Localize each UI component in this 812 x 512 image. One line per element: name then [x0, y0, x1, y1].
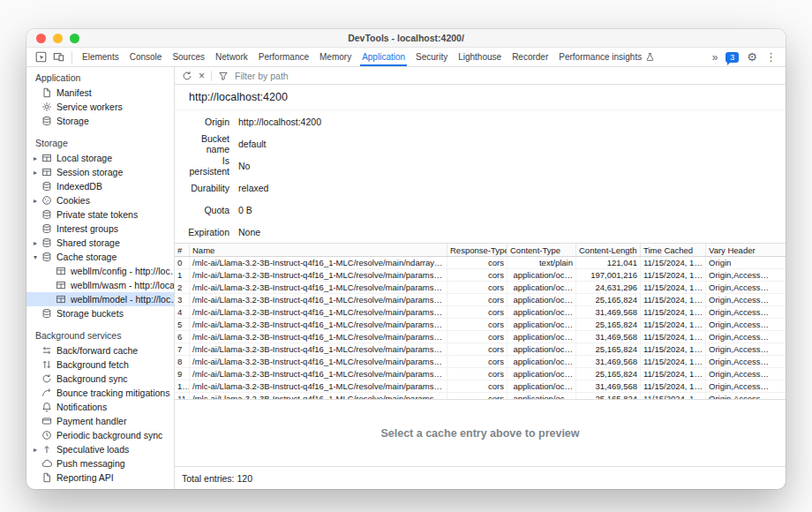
arrows-vertical-icon — [41, 359, 52, 371]
cell-vary-header: Origin,Access… — [705, 368, 786, 380]
tab-memory[interactable]: Memory — [314, 48, 357, 66]
column-header-response-type[interactable]: Response-Type — [447, 244, 507, 256]
close-window-button[interactable] — [36, 34, 46, 43]
sidebar-item-payment-handler[interactable]: Payment handler — [26, 414, 174, 428]
total-entries-label: Total entries: 120 — [182, 473, 252, 484]
table-row[interactable]: 2/mlc-ai/Llama-3.2-3B-Instruct-q4f16_1-M… — [175, 282, 786, 294]
tab-label: Network — [215, 52, 248, 62]
tab-network[interactable]: Network — [210, 48, 253, 66]
sidebar-item-background-fetch[interactable]: Background fetch — [26, 358, 174, 372]
expand-icon[interactable]: ▸ — [30, 239, 41, 247]
tab-performance-insights[interactable]: Performance insights — [553, 48, 660, 66]
sidebar-item-webllm-wasm-http-loca[interactable]: webllm/wasm - http://loca… — [26, 278, 174, 292]
sidebar-item-cookies[interactable]: ▸Cookies — [26, 193, 174, 207]
card-icon — [41, 416, 52, 427]
table-icon — [55, 294, 66, 305]
sidebar-item-speculative-loads[interactable]: ▸Speculative loads — [26, 442, 174, 456]
cell-vary-header: Origin,Access… — [705, 393, 786, 399]
tab-security[interactable]: Security — [410, 48, 453, 66]
sidebar-item-periodic-background-sync[interactable]: Periodic background sync — [26, 428, 174, 442]
sidebar-item-session-storage[interactable]: ▸Session storage — [26, 165, 174, 179]
sidebar-item-reporting-api[interactable]: Reporting API — [26, 471, 174, 485]
sidebar-item-private-state-tokens[interactable]: Private state tokens — [26, 207, 174, 222]
tab-sources[interactable]: Sources — [167, 48, 210, 66]
column-header-vary-header[interactable]: Vary Header — [705, 244, 786, 256]
minimize-window-button[interactable] — [53, 34, 63, 43]
field-value: default — [238, 139, 267, 149]
device-toolbar-icon[interactable] — [51, 51, 65, 64]
table-row[interactable]: 3/mlc-ai/Llama-3.2-3B-Instruct-q4f16_1-M… — [175, 294, 786, 306]
delete-selected-icon[interactable]: × — [199, 71, 205, 81]
sidebar-item-label: webllm/config - http://loc… — [71, 266, 174, 276]
column-header-[interactable]: # — [175, 244, 189, 256]
sidebar-item-push-messaging[interactable]: Push messaging — [26, 456, 174, 471]
table-row[interactable]: 9/mlc-ai/Llama-3.2-3B-Instruct-q4f16_1-M… — [175, 368, 786, 380]
report-field-is-persistent: Is persistentNo — [175, 154, 786, 177]
expand-icon[interactable]: ▸ — [30, 446, 41, 454]
sidebar-item-cache-storage[interactable]: ▾Cache storage — [26, 250, 174, 264]
tab-application[interactable]: Application — [357, 48, 410, 66]
refresh-icon[interactable] — [182, 71, 192, 81]
tab-console[interactable]: Console — [124, 48, 168, 66]
table-row[interactable]: 8/mlc-ai/Llama-3.2-3B-Instruct-q4f16_1-M… — [175, 356, 786, 368]
expand-icon[interactable]: ▸ — [30, 197, 41, 205]
sidebar-item-label: Session storage — [56, 167, 174, 177]
sidebar-item-shared-storage[interactable]: ▸Shared storage — [26, 236, 174, 250]
sidebar-item-local-storage[interactable]: ▸Local storage — [26, 151, 174, 165]
bell-icon — [41, 402, 52, 413]
tab-recorder[interactable]: Recorder — [507, 48, 553, 66]
collapse-icon[interactable]: ▾ — [30, 253, 41, 261]
column-header-content-type[interactable]: Content-Type — [507, 244, 575, 256]
sidebar-item-webllm-model-http-loc[interactable]: webllm/model - http://loc… — [26, 292, 174, 306]
sidebar-item-interest-groups[interactable]: Interest groups — [26, 222, 174, 236]
more-tabs-icon[interactable]: » — [712, 52, 718, 63]
tabbar-right-controls: » 3 ⚙ ⋮ — [712, 51, 780, 63]
sidebar-item-notifications[interactable]: Notifications — [26, 400, 174, 414]
field-value: 0 B — [238, 205, 252, 215]
sidebar-item-storage-buckets[interactable]: Storage buckets — [26, 306, 174, 320]
sidebar-item-indexeddb[interactable]: IndexedDB — [26, 179, 174, 193]
field-value: http://localhost:4200 — [238, 117, 321, 127]
inspect-element-icon[interactable] — [34, 51, 48, 64]
tab-lighthouse[interactable]: Lighthouse — [453, 48, 507, 66]
sidebar-item-storage[interactable]: Storage — [26, 114, 174, 128]
filter-by-path-input[interactable]: Filter by path — [235, 71, 289, 81]
field-value: relaxed — [238, 183, 268, 193]
database-icon — [41, 181, 52, 192]
field-value: None — [238, 227, 260, 237]
settings-gear-icon[interactable]: ⚙ — [747, 51, 757, 63]
table-row[interactable]: 6/mlc-ai/Llama-3.2-3B-Instruct-q4f16_1-M… — [175, 331, 786, 343]
tab-elements[interactable]: Elements — [77, 48, 124, 66]
expand-icon[interactable]: ▸ — [30, 154, 41, 162]
clock-icon — [41, 430, 52, 441]
table-row[interactable]: 11/mlc-ai/Llama-3.2-3B-Instruct-q4f16_1-… — [175, 393, 786, 399]
column-header-name[interactable]: Name — [189, 244, 447, 256]
cell-content-length: 25,165,824 — [575, 393, 640, 399]
sidebar-item-label: Storage — [56, 116, 174, 126]
cache-storage-panel: × Filter by path http://localhost:4200 O… — [175, 67, 786, 489]
table-row[interactable]: 5/mlc-ai/Llama-3.2-3B-Instruct-q4f16_1-M… — [175, 319, 786, 331]
sidebar-item-background-sync[interactable]: Background sync — [26, 372, 174, 386]
cell-content-length: 31,469,568 — [575, 306, 640, 318]
cell-response-type: cors — [447, 368, 507, 380]
sidebar-item-service-workers[interactable]: Service workers — [26, 100, 174, 114]
menu-kebab-icon[interactable]: ⋮ — [765, 51, 777, 63]
sidebar-item-label: Back/forward cache — [56, 345, 174, 356]
tab-label: Application — [362, 52, 405, 62]
sidebar-item-bounce-tracking-mitigations[interactable]: Bounce tracking mitigations — [26, 386, 174, 400]
column-header-content-length[interactable]: Content-Length — [575, 244, 640, 256]
expand-icon[interactable]: ▸ — [30, 169, 41, 177]
table-row[interactable]: 10/mlc-ai/Llama-3.2-3B-Instruct-q4f16_1-… — [175, 380, 786, 393]
fullscreen-window-button[interactable] — [70, 34, 79, 43]
table-row[interactable]: 1/mlc-ai/Llama-3.2-3B-Instruct-q4f16_1-M… — [175, 269, 786, 282]
tab-performance[interactable]: Performance — [253, 48, 314, 66]
sidebar-item-back-forward-cache[interactable]: Back/forward cache — [26, 343, 174, 358]
table-row[interactable]: 4/mlc-ai/Llama-3.2-3B-Instruct-q4f16_1-M… — [175, 306, 786, 319]
column-header-time-cached[interactable]: Time Cached — [640, 244, 705, 256]
table-row[interactable]: 0/mlc-ai/Llama-3.2-3B-Instruct-q4f16_1-M… — [175, 257, 786, 269]
cell-index: 4 — [175, 306, 189, 318]
sidebar-item-manifest[interactable]: Manifest — [26, 86, 174, 100]
sidebar-item-webllm-config-http-loc[interactable]: webllm/config - http://loc… — [26, 264, 174, 278]
table-row[interactable]: 7/mlc-ai/Llama-3.2-3B-Instruct-q4f16_1-M… — [175, 343, 786, 356]
issues-badge[interactable]: 3 — [726, 52, 739, 63]
